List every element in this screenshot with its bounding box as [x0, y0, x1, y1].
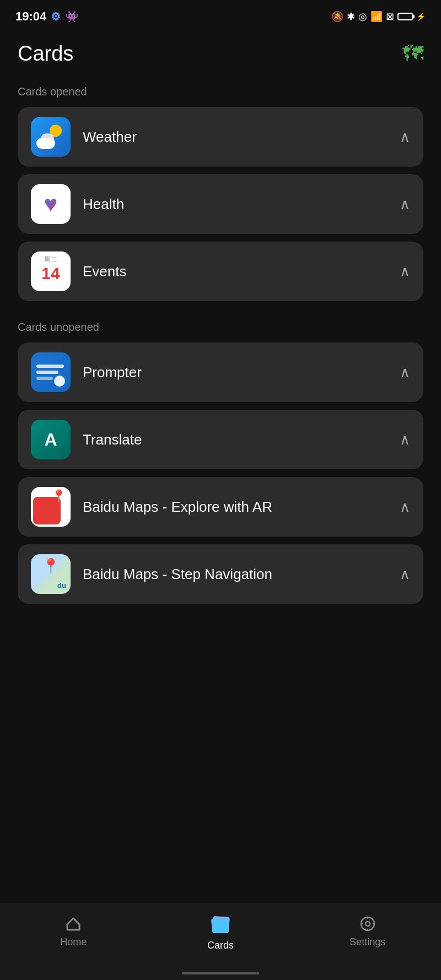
svg-point-1 — [361, 917, 374, 930]
prompter-chevron-icon: ∧ — [400, 364, 410, 381]
card-item-health[interactable]: ♥ Health ∧ — [18, 174, 423, 234]
events-app-icon: 周二 14 — [31, 251, 71, 291]
status-bar: 19:04 ⚙ 👾 🔕 ✱ ◎ 📶 ⊠ ⚡ — [0, 0, 441, 31]
battery-icon — [397, 13, 413, 20]
sim-icon: ⊠ — [386, 10, 394, 23]
status-right: 🔕 ✱ ◎ 📶 ⊠ ⚡ — [331, 10, 426, 23]
settings-icon — [358, 914, 377, 933]
prompter-card-name: Prompter — [83, 364, 142, 381]
cards-unopened-list: Prompter ∧ A Translate ∧ 📍 Baidu Maps - … — [18, 342, 423, 604]
bolt-icon: ⚡ — [416, 12, 426, 21]
nav-label-cards: Cards — [207, 940, 234, 951]
cards-stack-icon — [209, 914, 232, 936]
bluetooth-icon: ✱ — [347, 10, 355, 23]
card-item-events[interactable]: 周二 14 Events ∧ — [18, 242, 423, 301]
cal-day-label: 周二 — [44, 255, 57, 264]
svg-point-0 — [365, 922, 370, 926]
translate-chevron-icon: ∧ — [400, 431, 410, 448]
card-item-left: A Translate — [31, 420, 142, 459]
time-display: 19:04 — [15, 9, 46, 24]
health-chevron-icon: ∧ — [400, 196, 410, 213]
card-item-left: Prompter — [31, 352, 142, 392]
cards-opened-list: Weather ∧ ♥ Health ∧ 周二 14 Events — [18, 107, 423, 301]
baidu-ar-chevron-icon: ∧ — [400, 499, 410, 516]
gear-icon: ⚙ — [51, 10, 61, 23]
section-label-unopened: Cards unopened — [18, 321, 423, 334]
baidu-step-card-name: Baidu Maps - Step Navigation — [83, 566, 272, 583]
card-item-translate[interactable]: A Translate ∧ — [18, 410, 423, 469]
wifi-icon: 📶 — [370, 10, 383, 23]
alarm-icon: 🔕 — [331, 10, 343, 23]
robot-icon: 👾 — [65, 10, 79, 23]
card-item-prompter[interactable]: Prompter ∧ — [18, 342, 423, 402]
section-label-opened: Cards opened — [18, 85, 423, 98]
page-title: Cards — [18, 42, 73, 66]
weather-card-name: Weather — [83, 128, 137, 146]
nav-label-settings: Settings — [349, 936, 385, 948]
main-content: Cards 🗺 Cards opened Weather ∧ ♥ H — [0, 31, 441, 604]
card-item-baidu-ar[interactable]: 📍 Baidu Maps - Explore with AR ∧ — [18, 477, 423, 537]
page-header: Cards 🗺 — [18, 42, 423, 66]
open-cards-icon[interactable]: 🗺 — [402, 42, 423, 66]
baidu-ar-app-icon: 📍 — [31, 487, 71, 527]
card-item-left: 📍 du Baidu Maps - Step Navigation — [31, 554, 272, 594]
baidu-step-app-icon: 📍 du — [31, 554, 71, 594]
weather-app-icon — [31, 117, 71, 157]
health-app-icon: ♥ — [31, 184, 71, 224]
location-icon: ◎ — [358, 10, 367, 23]
translate-card-name: Translate — [83, 431, 142, 448]
card-item-weather[interactable]: Weather ∧ — [18, 107, 423, 167]
bottom-navigation: Home Cards Settings — [0, 903, 441, 980]
cal-date-number: 14 — [41, 264, 60, 282]
card-item-baidu-step[interactable]: 📍 du Baidu Maps - Step Navigation ∧ — [18, 544, 423, 604]
card-item-left: 📍 Baidu Maps - Explore with AR — [31, 487, 272, 527]
nav-item-settings[interactable]: Settings — [335, 914, 401, 948]
prompter-app-icon — [31, 352, 71, 392]
card-item-left: ♥ Health — [31, 184, 124, 224]
baidu-ar-card-name: Baidu Maps - Explore with AR — [83, 499, 272, 516]
home-indicator — [182, 972, 259, 974]
nav-label-home: Home — [60, 936, 87, 948]
events-card-name: Events — [83, 263, 127, 280]
nav-item-home[interactable]: Home — [40, 914, 106, 948]
nav-item-cards[interactable]: Cards — [187, 914, 254, 951]
health-card-name: Health — [83, 196, 124, 213]
events-chevron-icon: ∧ — [400, 263, 410, 280]
weather-chevron-icon: ∧ — [400, 128, 410, 146]
home-icon — [64, 914, 83, 933]
card-item-left: Weather — [31, 117, 137, 157]
baidu-step-chevron-icon: ∧ — [400, 566, 410, 583]
status-left: 19:04 ⚙ 👾 — [15, 9, 79, 24]
translate-app-icon: A — [31, 420, 71, 459]
card-item-left: 周二 14 Events — [31, 251, 127, 291]
